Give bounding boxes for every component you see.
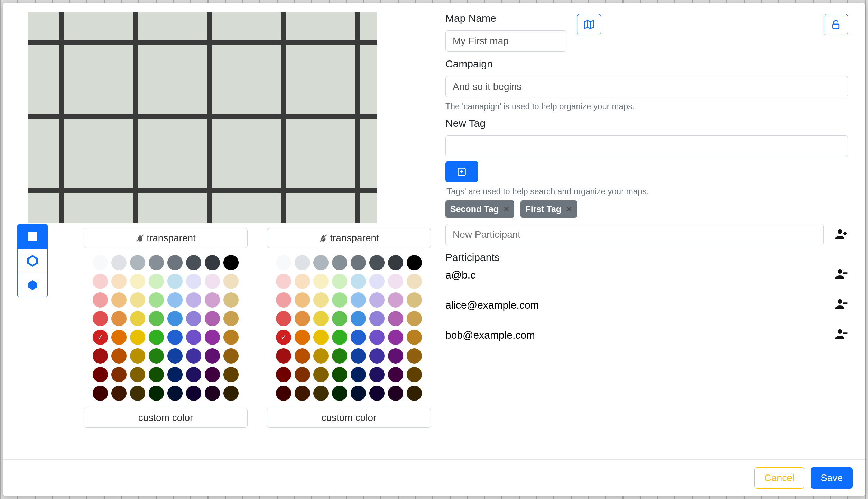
campaign-input[interactable] xyxy=(445,76,848,97)
color-swatch[interactable] xyxy=(351,330,366,345)
color-swatch[interactable] xyxy=(149,255,164,270)
color-swatch[interactable] xyxy=(276,311,291,326)
tag-remove-button[interactable]: × xyxy=(504,203,510,215)
color-swatch[interactable] xyxy=(167,348,183,364)
color-swatch[interactable] xyxy=(295,367,310,382)
color-swatch[interactable] xyxy=(186,311,201,326)
color-swatch[interactable] xyxy=(369,348,385,364)
color-swatch[interactable] xyxy=(295,274,310,289)
color-swatch[interactable] xyxy=(332,292,347,308)
color-swatch[interactable] xyxy=(111,255,127,270)
color-swatch[interactable] xyxy=(111,386,127,401)
color-swatch[interactable] xyxy=(223,255,239,270)
transparent-button-2[interactable]: transparent xyxy=(267,228,431,248)
color-swatch[interactable] xyxy=(388,311,403,326)
color-swatch[interactable] xyxy=(369,274,385,289)
color-swatch[interactable] xyxy=(130,330,145,345)
custom-color-button-1[interactable]: custom color xyxy=(84,408,248,428)
color-swatch[interactable] xyxy=(313,367,329,382)
color-swatch[interactable] xyxy=(295,292,310,308)
color-swatch[interactable] xyxy=(295,311,310,326)
color-swatch[interactable] xyxy=(93,367,108,382)
color-swatch[interactable] xyxy=(205,255,220,270)
tag-remove-button[interactable]: × xyxy=(566,203,572,215)
color-swatch[interactable] xyxy=(205,292,220,308)
shape-hexagon-fill-button[interactable] xyxy=(18,273,47,297)
color-swatch[interactable] xyxy=(276,367,291,382)
shape-square-button[interactable] xyxy=(18,224,47,248)
shape-hexagon-outline-button[interactable] xyxy=(18,248,47,273)
color-swatch[interactable] xyxy=(332,311,347,326)
color-swatch[interactable] xyxy=(93,348,108,364)
color-swatch[interactable] xyxy=(130,311,145,326)
color-swatch[interactable] xyxy=(407,330,422,345)
transparent-button-1[interactable]: transparent xyxy=(84,228,248,248)
color-swatch[interactable] xyxy=(388,255,403,270)
color-swatch[interactable] xyxy=(186,255,201,270)
color-swatch[interactable] xyxy=(93,292,108,308)
color-swatch[interactable] xyxy=(407,348,422,364)
color-swatch[interactable] xyxy=(388,348,403,364)
color-swatch[interactable] xyxy=(369,367,385,382)
color-swatch[interactable] xyxy=(332,386,347,401)
color-swatch[interactable] xyxy=(111,274,127,289)
color-swatch[interactable] xyxy=(369,292,385,308)
color-swatch[interactable] xyxy=(313,348,329,364)
color-swatch[interactable] xyxy=(332,330,347,345)
color-swatch[interactable] xyxy=(388,386,403,401)
color-swatch[interactable] xyxy=(407,292,422,308)
color-swatch[interactable] xyxy=(111,330,127,345)
color-swatch[interactable] xyxy=(149,367,164,382)
color-swatch[interactable] xyxy=(111,311,127,326)
color-swatch[interactable] xyxy=(205,348,220,364)
color-swatch[interactable] xyxy=(186,330,201,345)
new-tag-input[interactable] xyxy=(445,135,848,157)
cancel-button[interactable]: Cancel xyxy=(754,467,804,489)
color-swatch[interactable] xyxy=(167,386,183,401)
color-swatch[interactable] xyxy=(93,330,108,345)
map-mode-button[interactable] xyxy=(577,14,601,35)
color-swatch[interactable] xyxy=(351,274,366,289)
color-swatch[interactable] xyxy=(223,348,239,364)
color-swatch[interactable] xyxy=(351,311,366,326)
color-swatch[interactable] xyxy=(407,274,422,289)
color-swatch[interactable] xyxy=(295,330,310,345)
color-swatch[interactable] xyxy=(205,330,220,345)
color-swatch[interactable] xyxy=(130,255,145,270)
color-swatch[interactable] xyxy=(149,386,164,401)
color-swatch[interactable] xyxy=(205,274,220,289)
add-participant-button[interactable] xyxy=(834,227,848,243)
add-tag-button[interactable] xyxy=(445,161,478,182)
map-name-input[interactable] xyxy=(445,30,566,52)
color-swatch[interactable] xyxy=(332,255,347,270)
color-swatch[interactable] xyxy=(167,367,183,382)
color-swatch[interactable] xyxy=(388,330,403,345)
color-swatch[interactable] xyxy=(149,274,164,289)
save-button[interactable]: Save xyxy=(811,467,853,489)
color-swatch[interactable] xyxy=(186,348,201,364)
remove-participant-button[interactable] xyxy=(834,297,848,313)
remove-participant-button[interactable] xyxy=(834,267,848,283)
color-swatch[interactable] xyxy=(369,311,385,326)
color-swatch[interactable] xyxy=(313,274,329,289)
color-swatch[interactable] xyxy=(93,311,108,326)
color-swatch[interactable] xyxy=(205,311,220,326)
color-swatch[interactable] xyxy=(186,274,201,289)
color-swatch[interactable] xyxy=(205,386,220,401)
color-swatch[interactable] xyxy=(205,367,220,382)
color-swatch[interactable] xyxy=(276,274,291,289)
color-swatch[interactable] xyxy=(130,292,145,308)
color-swatch[interactable] xyxy=(407,367,422,382)
custom-color-button-2[interactable]: custom color xyxy=(267,408,431,428)
color-swatch[interactable] xyxy=(388,292,403,308)
color-swatch[interactable] xyxy=(295,255,310,270)
color-swatch[interactable] xyxy=(167,255,183,270)
remove-participant-button[interactable] xyxy=(834,327,848,343)
color-swatch[interactable] xyxy=(223,367,239,382)
color-swatch[interactable] xyxy=(167,311,183,326)
lock-toggle-button[interactable] xyxy=(824,14,848,35)
color-swatch[interactable] xyxy=(223,330,239,345)
color-swatch[interactable] xyxy=(223,292,239,308)
color-swatch[interactable] xyxy=(332,367,347,382)
color-swatch[interactable] xyxy=(407,311,422,326)
